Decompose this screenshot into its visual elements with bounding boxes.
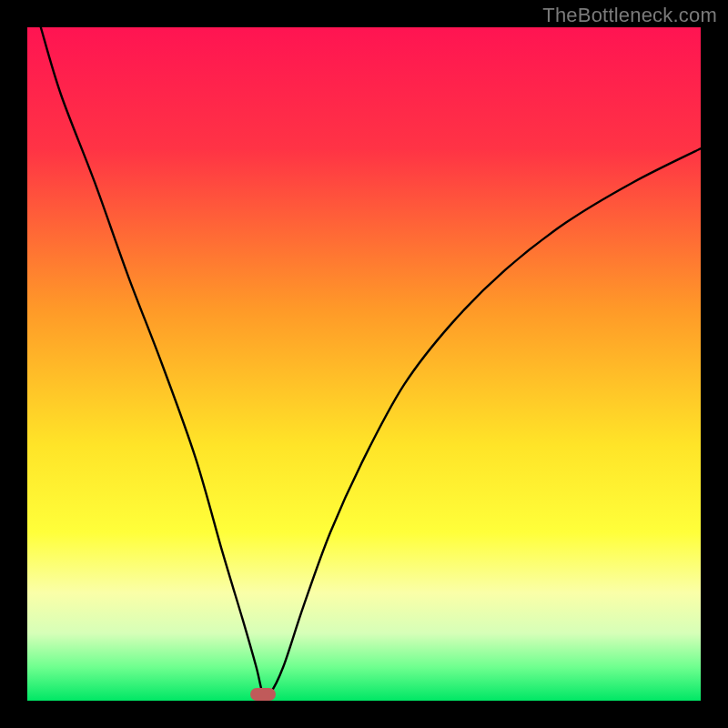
bottleneck-curve [27,27,701,701]
watermark-text: TheBottleneck.com [542,4,717,27]
optimal-point-marker [250,688,276,701]
plot-area [27,27,701,701]
